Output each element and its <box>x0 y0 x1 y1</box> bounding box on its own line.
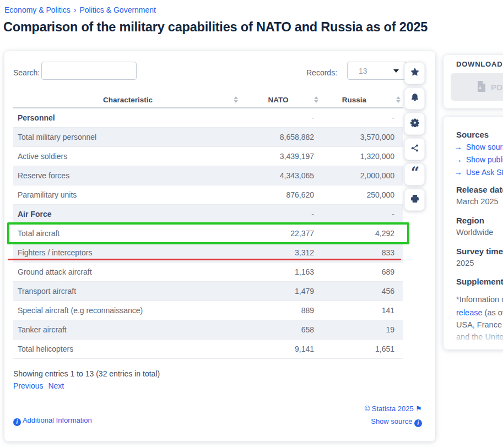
table-row: Total helicopters 9,141 1,651 <box>13 340 403 359</box>
search-label: Search: <box>13 68 40 77</box>
settings-button[interactable] <box>404 113 425 135</box>
row-label: Paramilitary units <box>13 190 242 199</box>
column-header-label: NATO <box>268 96 289 104</box>
table-header-row: Characteristic NATO Russia <box>13 92 403 108</box>
row-nato-value: 658 <box>242 325 314 334</box>
row-label: Total aircraft <box>13 229 242 238</box>
row-label: Total helicopters <box>13 345 242 353</box>
row-russia-value: 456 <box>314 287 403 296</box>
row-nato-value: 3,312 <box>242 248 314 257</box>
row-nato-value: 4,343,065 <box>242 171 314 180</box>
column-header-label: Characteristic <box>103 96 153 104</box>
download-panel-title: DOWNLOAD <box>456 60 502 68</box>
data-table: Characteristic NATO Russia Personnel - -… <box>13 92 403 359</box>
row-russia-value: 689 <box>314 267 403 276</box>
row-russia-value: 2,000,000 <box>314 171 403 180</box>
entries-summary: Showing entries 1 to 13 (32 entries in t… <box>13 369 160 378</box>
supplementary-notes-label: Supplementary notes <box>456 277 503 286</box>
region-value: Worldwide <box>456 228 493 237</box>
column-header-nato[interactable]: NATO <box>242 96 314 104</box>
statistic-table-card: Search: Records: 13 Characteristic NATO … <box>4 51 435 441</box>
row-label: Active soldiers <box>13 152 242 161</box>
copyright-label: © Statista 2025 <box>365 405 414 413</box>
star-icon <box>410 68 419 79</box>
row-russia-value: 1,320,000 <box>314 152 403 161</box>
supplementary-line: release (as of the <box>456 308 503 317</box>
table-row: Special aircraft (e.g reconnaissance) 88… <box>13 301 403 320</box>
row-nato-value: 22,377 <box>242 229 314 238</box>
survey-time-label: Survey time period <box>456 247 503 256</box>
row-label: Tanker aircraft <box>13 325 242 334</box>
row-russia-value: 833 <box>314 248 403 257</box>
table-row-fighters: Fighters / interceptors 3,312 833 <box>13 243 403 263</box>
row-nato-value: 1,163 <box>242 267 314 276</box>
supplementary-line: *Information on the <box>456 295 503 304</box>
previous-button[interactable]: Previous <box>13 381 43 390</box>
additional-information-label: Additional Information <box>23 416 92 424</box>
show-sources-link[interactable]: →Show sources <box>454 142 503 151</box>
row-russia-value: 250,000 <box>314 190 403 199</box>
sources-title: Sources <box>456 130 489 139</box>
table-row-category: Personnel - - <box>13 108 403 128</box>
breadcrumb-link-economy-politics[interactable]: Economy & Politics <box>4 6 71 14</box>
breadcrumb-separator: › <box>74 6 77 14</box>
download-panel: DOWNLOAD A PDF <box>443 55 503 108</box>
arrow-right-icon: → <box>454 142 462 151</box>
supplementary-text: (as of the <box>483 308 503 317</box>
page-title: Comparison of the military capabilities … <box>3 20 503 35</box>
download-pdf-button[interactable]: A PDF <box>451 73 503 101</box>
row-label: Special aircraft (e.g reconnaissance) <box>13 306 242 315</box>
row-russia-value: 1,651 <box>314 345 403 353</box>
records-dropdown[interactable]: 13 <box>347 62 407 80</box>
chevron-down-icon <box>393 69 399 73</box>
show-source-link[interactable]: Show source i <box>371 417 422 427</box>
row-russia-value: 19 <box>314 325 403 334</box>
arrow-right-icon: → <box>454 155 462 164</box>
alert-button[interactable] <box>404 88 425 110</box>
release-link[interactable]: release <box>456 308 483 317</box>
release-date-value: March 2025 <box>456 197 499 206</box>
row-label: Transport aircraft <box>13 287 242 296</box>
show-source-label: Show source <box>371 417 412 425</box>
arrow-right-icon: → <box>454 167 462 177</box>
print-button[interactable] <box>404 189 425 211</box>
column-header-characteristic[interactable]: Characteristic <box>13 96 242 104</box>
cite-button[interactable]: “ <box>404 163 425 185</box>
share-button[interactable] <box>404 138 425 160</box>
copyright-link[interactable]: © Statista 2025 ⚑ <box>365 405 422 413</box>
records-label: Records: <box>306 68 337 77</box>
row-russia-value: - <box>314 113 403 122</box>
use-ask-statista-label: Use Ask Statista <box>466 168 503 177</box>
table-row: Paramilitary units 876,620 250,000 <box>13 185 403 205</box>
row-nato-value: - <box>242 113 314 122</box>
printer-icon <box>410 194 419 205</box>
table-row: Transport aircraft 1,479 456 <box>13 282 403 301</box>
show-publisher-label: Show publisher <box>466 155 503 164</box>
row-nato-value: 876,620 <box>242 190 314 199</box>
next-button[interactable]: Next <box>48 381 64 390</box>
pdf-file-icon: A <box>477 81 486 94</box>
breadcrumb-link-politics-government[interactable]: Politics & Government <box>80 6 156 14</box>
share-icon <box>410 144 419 155</box>
bell-icon <box>410 93 419 104</box>
column-header-russia[interactable]: Russia <box>314 96 403 104</box>
gear-icon <box>410 118 419 129</box>
table-row: Total military personnel 8,658,882 3,570… <box>13 128 403 147</box>
quote-icon: “ <box>411 170 419 179</box>
favorite-button[interactable] <box>404 62 425 84</box>
row-label: Fighters / interceptors <box>13 248 242 257</box>
row-label: Reserve forces <box>13 171 242 180</box>
row-russia-value: - <box>314 210 403 218</box>
table-row-total-aircraft: Total aircraft 22,377 4,292 <box>13 224 403 243</box>
info-icon: i <box>414 419 422 427</box>
show-sources-label: Show sources <box>466 143 503 151</box>
show-publisher-link[interactable]: →Show publisher <box>454 155 503 164</box>
sort-icon <box>396 96 401 103</box>
additional-information-link[interactable]: i Additional Information <box>13 416 92 426</box>
use-ask-statista-link[interactable]: →Use Ask Statista <box>454 167 503 177</box>
flag-icon: ⚑ <box>415 405 422 413</box>
search-input[interactable] <box>41 62 137 80</box>
row-nato-value: - <box>242 210 314 218</box>
row-russia-value: 3,570,000 <box>314 133 403 141</box>
table-row: Active soldiers 3,439,197 1,320,000 <box>13 147 403 166</box>
